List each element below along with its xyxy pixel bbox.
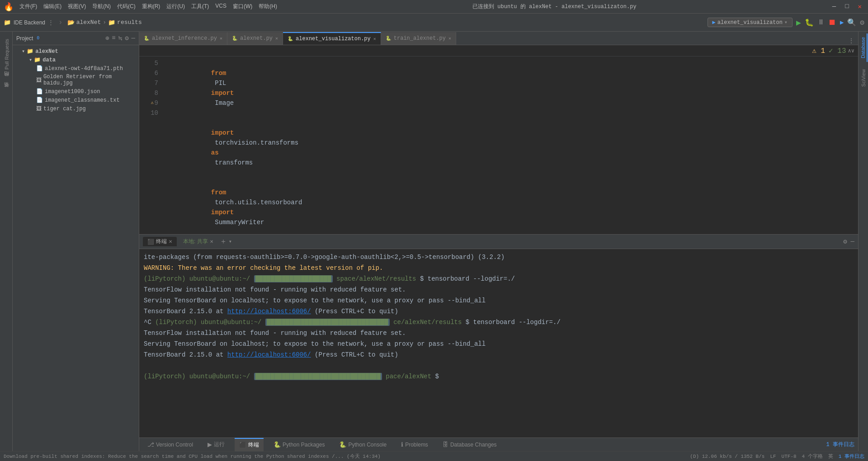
pause-button[interactable]: ⏸ xyxy=(817,18,825,27)
tab-close-2[interactable]: ✕ xyxy=(275,36,278,41)
nav-up-icon[interactable]: ∧ xyxy=(848,47,851,54)
terminal-prompt2-pre: (liPytorch) ubuntu@ubuntu:~/ xyxy=(155,319,261,326)
status-encoding[interactable]: UTF-8 xyxy=(782,454,797,459)
code-header-row: ⚠ 1 ✓ 13 ∧ ∨ xyxy=(139,45,858,56)
toolbar-more-icon[interactable]: ⋮ xyxy=(48,19,54,26)
menu-navigate[interactable]: 导航(N) xyxy=(90,2,113,11)
tab-bar-more-icon[interactable]: ⋮ xyxy=(848,37,854,45)
terminal-line-1: ite-packages (from requests-oauthlib>=0.… xyxy=(144,252,854,263)
settings-button[interactable]: ⚙ xyxy=(860,18,864,27)
code-lines[interactable]: from PIL import Image import torchvision… xyxy=(162,56,858,234)
warning-count: ⚠ 1 xyxy=(812,46,825,55)
stop-button[interactable]: ⏹ xyxy=(828,18,836,27)
terminal-add-tab-button[interactable]: ＋ xyxy=(220,237,227,246)
terminal-tab-dropdown[interactable]: ▾ xyxy=(229,238,232,245)
tree-settings-icon[interactable]: ⚙ xyxy=(125,34,128,42)
run-configuration[interactable]: ▶ alexnet_visualizaton ▾ xyxy=(708,18,793,27)
left-tab-bookmarks[interactable]: 书签 xyxy=(0,86,12,97)
menu-vcs[interactable]: VCS xyxy=(213,2,229,11)
window-controls[interactable]: — □ ✕ xyxy=(830,2,864,11)
menu-bar[interactable]: 文件(F) 编辑(E) 视图(V) 导航(N) 代码(C) 重构(R) 运行(U… xyxy=(17,2,279,11)
bottom-tab-database-changes[interactable]: 🗄 Database Changes xyxy=(438,438,501,452)
run-cover-button[interactable]: ▶ xyxy=(840,19,844,26)
status-lf[interactable]: LF xyxy=(770,454,776,459)
terminal-tab-close[interactable]: ✕ xyxy=(169,239,172,244)
tree-minimize-icon[interactable]: — xyxy=(132,34,135,42)
run-button[interactable]: ▶ xyxy=(796,18,801,28)
tab-alexnet[interactable]: 🐍 alexnet.py ✕ xyxy=(227,32,283,45)
terminal-content[interactable]: ite-packages (from requests-oauthlib>=0.… xyxy=(139,249,858,437)
terminal-tab-main[interactable]: ⬛ 终端 ✕ xyxy=(143,237,177,246)
python-packages-label: Python Packages xyxy=(283,442,325,448)
terminal-line-prompt2: ^C (liPytorch) ubuntu@ubuntu:~/ ████████… xyxy=(144,317,854,328)
right-sidebar-database[interactable]: Database xyxy=(859,33,868,62)
tree-file-jpg1[interactable]: 🖼 Golden Retriever from baidu.jpg xyxy=(13,73,139,87)
kw-import: import xyxy=(211,89,234,97)
breadcrumb-sep: › xyxy=(103,19,106,26)
close-button[interactable]: ✕ xyxy=(855,2,864,11)
tab-alexnet-visualization[interactable]: 🐍 alexnet_visualizaton.py ✕ xyxy=(283,32,381,45)
terminal-local-share[interactable]: 本地: 共享 ✕ xyxy=(179,237,218,246)
tree-file-txt[interactable]: 📄 imagenet_classnames.txt xyxy=(13,96,139,104)
left-tab-pull-requests[interactable]: Pull Requests xyxy=(1,33,11,75)
status-indent[interactable]: 4 个字格 xyxy=(802,453,823,460)
tab-close-4[interactable]: ✕ xyxy=(448,36,451,41)
file-icon-json: 📄 xyxy=(36,88,43,95)
menu-window[interactable]: 窗口(W) xyxy=(231,2,255,11)
terminal-prompt3-path: pace/alexNet xyxy=(386,373,431,380)
search-everywhere-button[interactable]: 🔍 xyxy=(847,18,856,27)
breadcrumb-results[interactable]: results xyxy=(117,19,142,26)
file-name-txt: imagenet_classnames.txt xyxy=(45,97,120,103)
event-log-badge[interactable]: 1 事件日志 xyxy=(826,441,854,448)
nav-down-icon[interactable]: ∨ xyxy=(851,47,854,54)
tab-alexnet-inference[interactable]: 🐍 alexnet_inference.py ✕ xyxy=(139,32,227,45)
bottom-tab-version-control[interactable]: ⎇ Version Control xyxy=(143,438,198,452)
plain-pil: PIL xyxy=(211,80,230,87)
tree-file-json[interactable]: 📄 imagenet1000.json xyxy=(13,87,139,96)
tree-folder-data[interactable]: ▾ 📁 data xyxy=(13,56,139,64)
code-line-7: from torch.utils.tensorboard import Summ… xyxy=(165,178,854,234)
menu-file[interactable]: 文件(F) xyxy=(17,2,39,11)
tab-close-1[interactable]: ✕ xyxy=(220,36,222,41)
menu-code[interactable]: 代码(C) xyxy=(115,2,138,11)
right-sidebar-sciview[interactable]: SciView xyxy=(860,66,867,90)
tree-collapse-icon[interactable]: ≒ xyxy=(118,34,122,42)
menu-view[interactable]: 视图(V) xyxy=(66,2,88,11)
menu-edit[interactable]: 编辑(E) xyxy=(41,2,64,11)
tree-locate-icon[interactable]: ⊕ xyxy=(105,34,109,42)
menu-help[interactable]: 帮助(H) xyxy=(256,2,279,11)
line-num-5: 5 xyxy=(143,58,158,68)
terminal-icon: ⬛ xyxy=(239,442,246,448)
kw-as-6: as xyxy=(211,149,219,156)
maximize-button[interactable]: □ xyxy=(842,2,851,11)
terminal-minimize-icon[interactable]: — xyxy=(851,238,854,245)
bottom-tab-python-packages[interactable]: 🐍 Python Packages xyxy=(269,438,329,452)
left-tab-structure[interactable]: 结构 xyxy=(0,75,12,86)
breadcrumb-alexnet[interactable]: alexNet xyxy=(76,19,101,26)
bottom-tab-python-console[interactable]: 🐍 Python Console xyxy=(335,438,391,452)
file-name-pth: alexnet-owt-4df8aa71.pth xyxy=(45,66,123,72)
menu-tools[interactable]: 工具(T) xyxy=(189,2,211,11)
tab-train-alexnet[interactable]: 🐍 train_alexnet.py ✕ xyxy=(381,32,456,45)
terminal-link1-url[interactable]: http://localhost:6006/ xyxy=(227,308,311,315)
run-config-dropdown[interactable]: ▾ xyxy=(784,19,788,26)
terminal-link2-url[interactable]: http://localhost:6006/ xyxy=(227,351,311,358)
bottom-tab-problems[interactable]: ℹ Problems xyxy=(396,438,433,452)
menu-run[interactable]: 运行(U) xyxy=(164,2,187,11)
status-event-log[interactable]: 1 事件日志 xyxy=(839,453,864,460)
tree-file-pth[interactable]: 📄 alexnet-owt-4df8aa71.pth xyxy=(13,64,139,73)
tree-expand-icon[interactable]: ≡ xyxy=(112,34,115,42)
status-lang[interactable]: 英 xyxy=(828,453,833,460)
terminal-line-prompt1: (liPytorch) ubuntu@ubuntu:~/ ███████████… xyxy=(144,273,854,284)
terminal-settings-icon[interactable]: ⚙ xyxy=(843,238,847,245)
bottom-tab-terminal[interactable]: ⬛ 终端 xyxy=(235,438,264,452)
tree-file-jpg2[interactable]: 🖼 tiger cat.jpg xyxy=(13,104,139,113)
terminal-local-share-close[interactable]: ✕ xyxy=(210,239,213,244)
menu-refactor[interactable]: 重构(R) xyxy=(140,2,163,11)
minimize-button[interactable]: — xyxy=(830,2,839,11)
tree-folder-alexnet[interactable]: ▾ 📁 alexNet xyxy=(13,47,139,56)
debug-button[interactable]: 🐛 xyxy=(805,18,814,27)
bottom-tab-run[interactable]: ▶ 运行 xyxy=(203,438,229,452)
tab-close-3[interactable]: ✕ xyxy=(373,36,376,42)
kw-import-7: import xyxy=(211,209,234,216)
